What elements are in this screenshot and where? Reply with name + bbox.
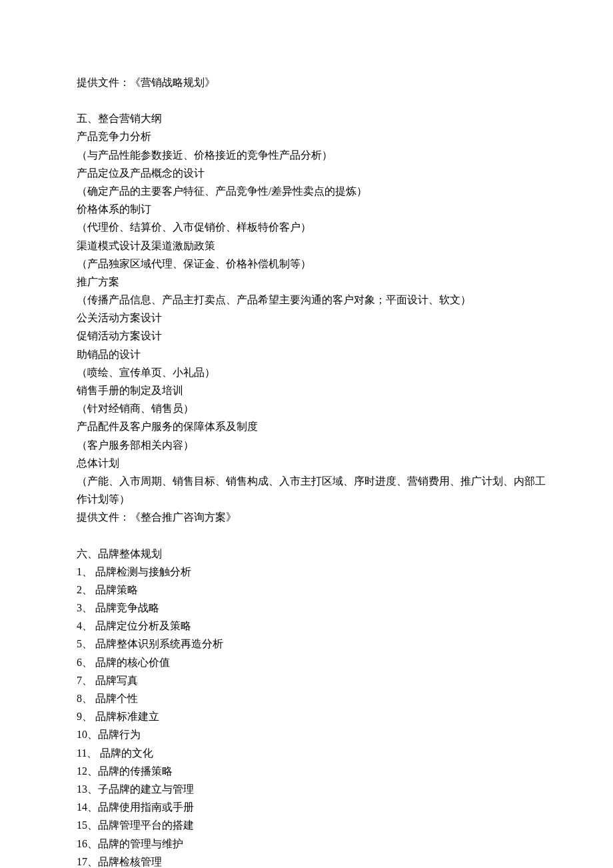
text-line: 促销活动方案设计 xyxy=(77,327,536,345)
text-line: 3、 品牌竞争战略 xyxy=(77,599,536,617)
text-line: （喷绘、宣传单页、小礼品） xyxy=(77,363,536,381)
text-line: 产品定位及产品概念的设计 xyxy=(77,164,536,182)
text-line: 9、 品牌标准建立 xyxy=(77,707,536,725)
text-line: 推广方案 xyxy=(77,273,536,291)
text-line: 作计划等） xyxy=(77,490,536,508)
text-line: 产品配件及客户服务的保障体系及制度 xyxy=(77,417,536,435)
text-line: 15、品牌管理平台的搭建 xyxy=(77,816,536,834)
text-line: （产能、入市周期、销售目标、销售构成、入市主打区域、序时进度、营销费用、推广计划… xyxy=(77,472,536,490)
text-line: 11、 品牌的文化 xyxy=(77,744,536,762)
text-line: 提供文件：《营销战略规划》 xyxy=(77,73,536,91)
text-line: 8、 品牌个性 xyxy=(77,689,536,707)
blank-line xyxy=(77,527,536,545)
text-line: （针对经销商、销售员） xyxy=(77,399,536,417)
text-line: 17、品牌检核管理 xyxy=(77,853,536,868)
text-line: 公关活动方案设计 xyxy=(77,309,536,327)
text-line: （代理价、结算价、入市促销价、样板特价客户） xyxy=(77,218,536,236)
text-line: （产品独家区域代理、保证金、价格补偿机制等） xyxy=(77,255,536,273)
text-line: 六、品牌整体规划 xyxy=(77,545,536,563)
text-line: 销售手册的制定及培训 xyxy=(77,381,536,399)
text-line: 价格体系的制订 xyxy=(77,200,536,218)
text-line: 4、 品牌定位分析及策略 xyxy=(77,617,536,635)
text-line: （传播产品信息、产品主打卖点、产品希望主要沟通的客户对象；平面设计、软文） xyxy=(77,291,536,309)
blank-line xyxy=(77,91,536,109)
text-line: 提供文件：《整合推广咨询方案》 xyxy=(77,508,536,526)
text-line: 14、品牌使用指南或手册 xyxy=(77,798,536,816)
text-line: 助销品的设计 xyxy=(77,345,536,363)
text-line: 渠道模式设计及渠道激励政策 xyxy=(77,237,536,255)
document-body: 提供文件：《营销战略规划》五、整合营销大纲产品竞争力分析（与产品性能参数接近、价… xyxy=(77,73,536,868)
text-line: 5、 品牌整体识别系统再造分析 xyxy=(77,635,536,653)
text-line: 1、 品牌检测与接触分析 xyxy=(77,563,536,581)
text-line: （确定产品的主要客户特征、产品竞争性/差异性卖点的提炼） xyxy=(77,182,536,200)
text-line: 7、 品牌写真 xyxy=(77,671,536,689)
text-line: 2、 品牌策略 xyxy=(77,581,536,599)
text-line: 13、子品牌的建立与管理 xyxy=(77,780,536,798)
text-line: 6、 品牌的核心价值 xyxy=(77,653,536,671)
text-line: 12、品牌的传播策略 xyxy=(77,762,536,780)
text-line: （与产品性能参数接近、价格接近的竞争性产品分析） xyxy=(77,146,536,164)
text-line: 16、品牌的管理与维护 xyxy=(77,835,536,853)
text-line: 产品竞争力分析 xyxy=(77,127,536,145)
text-line: （客户服务部相关内容） xyxy=(77,436,536,454)
text-line: 五、整合营销大纲 xyxy=(77,109,536,127)
text-line: 10、品牌行为 xyxy=(77,725,536,743)
text-line: 总体计划 xyxy=(77,454,536,472)
